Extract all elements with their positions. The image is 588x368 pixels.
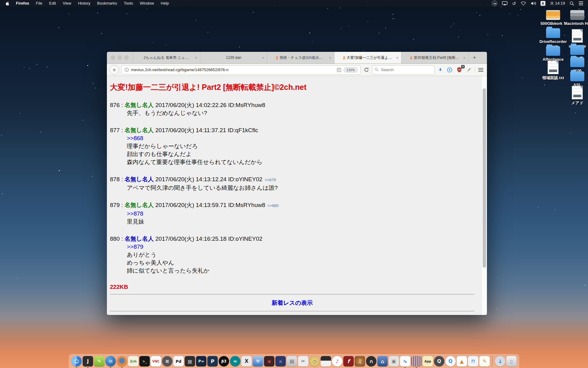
reload-button[interactable] [363,66,370,74]
spotlight-search-icon[interactable] [570,1,574,6]
site-info-icon[interactable] [124,66,129,74]
menu-item-history[interactable]: History [75,1,94,6]
menu-item-help[interactable]: Help [157,1,172,6]
download-arrow-icon[interactable] [437,66,444,74]
dock-icon-keynote[interactable]: ⊓ [468,356,478,366]
dock-icon-finder[interactable]: ☺ [71,356,82,366]
scrollbar-thumb[interactable] [483,88,486,268]
url-bar[interactable]: mevius.2ch.net/test/read.cgi/bgame/14875… [121,65,360,75]
dock-icon-text-editor[interactable]: ✎ [479,356,490,366]
menu-item-tools[interactable]: Tools [120,1,136,6]
dock-icon-cube-app[interactable]: ▦ [185,356,195,366]
dock-icon-g-home[interactable]: ⌂ [377,356,388,366]
dock-icon-itunes[interactable]: ♪ [332,356,342,366]
post-author-link[interactable]: 名無し名人 [125,176,154,182]
volume-icon[interactable] [531,1,536,6]
menu-item-window[interactable]: Window [137,1,157,6]
dock-icon-terminal[interactable]: >_ [139,356,150,366]
tab-close-icon[interactable]: × [329,56,331,60]
dock-icon-garageband[interactable]: ♫ [355,356,365,366]
browser-tab-1[interactable]: 2ちゃんねる 電車男 ニュース ヘッドラ× [133,52,200,63]
anchor-link[interactable]: >>868 [127,134,474,142]
desktop-icon-drive-gray[interactable]: Macintosh HD [563,10,588,26]
pencil-icon[interactable] [465,66,473,74]
post-author-link[interactable]: 名無し名人 [125,202,154,208]
dock-icon-b3-app[interactable]: β3 [219,356,229,366]
dock-icon-image-capture[interactable]: ▤ [287,356,297,366]
dock-icon-gold-dial[interactable]: ◷ [309,356,320,366]
dock-icon-coteditor[interactable]: ✎ [94,356,104,366]
dock-icon-xquartz[interactable]: X [241,356,252,366]
tab-close-icon[interactable]: × [396,56,398,60]
dock-icon-quicktime-7[interactable]: Q [434,356,444,366]
input-source-icon[interactable]: A [541,1,545,6]
dock-icon-downloads-folder[interactable]: ↓ [495,356,505,366]
dock-icon-processing[interactable]: P [207,356,218,366]
browser-tab-5[interactable]: 2第30期竜王戦 Part9 [無断転載× [401,52,469,63]
dock-icon-intel-power-gadget[interactable]: ∿ [400,356,410,366]
dock-icon-screenshot-tool[interactable]: ✂ [298,356,308,366]
airplay-icon[interactable] [502,1,507,6]
dock-icon-vnc-viewer[interactable]: VNC [151,356,161,366]
dock-icon-device-tool[interactable]: ◉ [264,356,274,366]
tab-close-icon[interactable]: × [463,56,466,60]
menu-item-edit[interactable]: Edit [46,1,59,6]
dock-icon-trash[interactable]: ▯ [506,356,517,366]
post-author-link[interactable]: 名無し名人 [125,127,154,133]
dock-icon-bbs-browser[interactable]: 2ch [128,356,138,366]
apple-menu-icon[interactable] [0,1,13,6]
dock-icon-image-viewer[interactable]: ▣ [389,356,399,366]
post-backlink[interactable]: >>880 [267,203,279,208]
url-text[interactable]: mevius.2ch.net/test/read.cgi/bgame/14875… [131,67,334,72]
dock-icon-firefox[interactable] [117,356,127,366]
post-author-link[interactable]: 名無し名人 [125,236,154,242]
post-backlink[interactable]: >>879 [265,178,276,182]
ublock-shield-icon[interactable]: uO 4 [456,66,463,74]
dock-icon-pure-data[interactable]: Pd [173,356,184,366]
dock-icon-headphones-app[interactable]: ∩ [366,356,376,366]
dock-icon-jedit[interactable]: J [83,356,93,366]
dock-icon-arduino[interactable]: ∞ [230,356,240,366]
anchor-link[interactable]: >>879 [127,243,474,251]
dock-icon-blueprint-tools[interactable]: ⚔ [275,356,286,366]
downloads-panel-icon[interactable] [446,66,454,74]
zoom-window-button[interactable] [124,56,129,60]
menu-item-view[interactable]: View [59,1,75,6]
close-window-button[interactable] [111,56,115,60]
dock-icon-spectrum-analyzer[interactable] [411,356,422,366]
wifi-icon[interactable] [521,1,526,6]
dock-icon-vlc[interactable]: ▲ [457,356,467,366]
dock-icon-appcleaner[interactable]: App [423,356,433,366]
menu-item-bookmarks[interactable]: Bookmarks [94,1,120,6]
new-responses-link[interactable]: 新着レスの表示 [110,299,474,307]
menu-app-name[interactable]: Firefox [13,0,32,7]
reader-mode-icon[interactable] [337,66,341,74]
menu-clock[interactable]: 火 14:19 [550,1,565,6]
dock-icon-sketch-circle[interactable]: ≋ [162,356,172,366]
desktop-icon-txt[interactable]: メアド [563,86,588,105]
browser-tab-2[interactable]: 1239 dan× [200,52,267,63]
search-input[interactable] [380,67,432,72]
dock-icon-audio-midi-setup[interactable] [321,356,331,366]
browser-tab-3[interactable]: 2将棋・チェス@2ch掲示板@スレ× [267,52,334,63]
menu-item-file[interactable]: File [32,1,46,6]
tab-close-icon[interactable]: × [262,56,264,60]
capture-app-icon[interactable]: oo [492,1,497,6]
desktop-icon-folder[interactable]: ASL [563,71,588,87]
new-tab-button[interactable]: + [469,52,481,63]
tab-close-icon[interactable]: × [195,56,197,60]
dock-icon-processing-beta[interactable]: P∞ [196,356,206,366]
back-button[interactable] [109,65,119,75]
dock-icon-xcode[interactable]: ⚒ [253,356,263,366]
post-author-link[interactable]: 名無し名人 [125,102,154,108]
dock-icon-thunderbird[interactable]: ✉ [105,356,116,366]
zoom-level-badge[interactable]: 133% [344,67,358,72]
search-bar[interactable] [372,65,435,75]
time-machine-icon[interactable]: ↺ [512,1,516,6]
browser-tab-4[interactable]: 2大変!加藤一二三が引退よ! Par× [334,52,401,63]
dock-icon-quicktime-x[interactable]: Q [445,356,456,366]
minimize-window-button[interactable] [118,56,122,60]
dock-icon-flash-player[interactable]: f [343,356,354,366]
menu-hamburger-icon[interactable] [477,66,484,74]
notification-center-icon[interactable] [579,2,583,5]
